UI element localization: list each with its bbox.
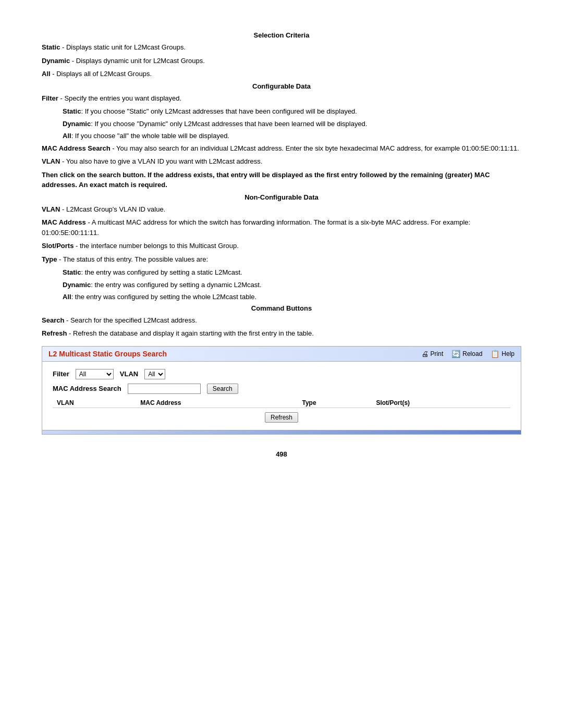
- nc-type-dynamic-label: Dynamic: [63, 281, 91, 289]
- widget-footer: [42, 430, 521, 434]
- refresh-button[interactable]: Refresh: [265, 412, 298, 423]
- reload-label: Reload: [462, 350, 482, 357]
- table-header-row: VLAN MAC Address Type Slot/Port(s): [53, 398, 510, 408]
- cb-search-desc: - Search for the specified L2Mcast addre…: [66, 316, 197, 324]
- cb-refresh-label: Refresh: [42, 329, 67, 337]
- filter-static-label: Static: [63, 107, 81, 115]
- vlan-form-label: VLAN: [120, 370, 138, 378]
- nc-type-intro: - The status of this entry. The possible…: [59, 255, 208, 263]
- all-label: All: [42, 70, 51, 78]
- nc-slotports-label: Slot/Ports: [42, 242, 74, 250]
- reload-button[interactable]: 🔄 Reload: [451, 350, 482, 358]
- nc-slotports-desc: - the interface number belongs to this M…: [76, 242, 239, 250]
- widget-body: Filter All Static Dynamic VLAN All MAC A…: [42, 362, 521, 430]
- static-label: Static: [42, 43, 60, 51]
- filter-vlan-row: Filter All Static Dynamic VLAN All: [53, 369, 510, 379]
- print-icon: 🖨: [421, 350, 429, 358]
- mac-address-search-input[interactable]: [128, 384, 201, 394]
- vlan-select[interactable]: All: [144, 369, 165, 379]
- dynamic-desc: - Displays dynamic unit for L2Mcast Grou…: [72, 57, 205, 65]
- static-desc: - Displays static unit for L2Mcast Group…: [62, 43, 186, 51]
- search-button[interactable]: Search: [207, 384, 238, 394]
- widget-container: L2 Multicast Static Groups Search 🖨 Prin…: [42, 346, 521, 435]
- filter-label: Filter: [42, 94, 58, 102]
- filter-form-label: Filter: [53, 370, 69, 378]
- slot-ports-column-header: Slot/Port(s): [372, 398, 510, 408]
- filter-all-desc: If you choose "all" the whole table will…: [75, 132, 229, 140]
- nc-type-label: Type: [42, 255, 57, 263]
- nc-mac-desc: - A multicast MAC address for which the …: [42, 218, 470, 237]
- mac-search-label: MAC Address Search: [42, 144, 111, 152]
- dynamic-paragraph: Dynamic - Displays dynamic unit for L2Mc…: [42, 56, 521, 66]
- mac-address-search-label: MAC Address Search: [53, 385, 121, 392]
- filter-dynamic-desc: If you choose "Dynamic" only L2Mcast add…: [94, 120, 367, 128]
- mac-search-paragraph: MAC Address Search - You may also search…: [42, 143, 521, 154]
- widget-header: L2 Multicast Static Groups Search 🖨 Prin…: [42, 347, 521, 362]
- help-button[interactable]: 📋 Help: [491, 350, 515, 358]
- filter-desc: - Specify the entries you want displayed…: [60, 94, 181, 102]
- mac-search-desc: - You may also search for an individual …: [112, 144, 519, 152]
- nc-type-dynamic-desc: the entry was configured by setting a dy…: [94, 281, 261, 289]
- nc-type-paragraph: Type - The status of this entry. The pos…: [42, 254, 521, 265]
- vlan-desc: - You also have to give a VLAN ID you wa…: [62, 157, 262, 165]
- nc-vlan-desc: - L2Mcast Group's VLAN ID value.: [62, 205, 165, 213]
- print-button[interactable]: 🖨 Print: [421, 350, 444, 358]
- filter-dynamic-indent: Dynamic: If you choose "Dynamic" only L2…: [63, 119, 521, 129]
- nc-type-static-desc: the entry was configured by setting a st…: [85, 268, 242, 276]
- cb-search-paragraph: Search - Search for the specified L2Mcas…: [42, 315, 521, 326]
- print-label: Print: [431, 350, 444, 357]
- widget-title: L2 Multicast Static Groups Search: [48, 350, 167, 358]
- filter-select[interactable]: All Static Dynamic: [76, 369, 114, 379]
- filter-dynamic-label: Dynamic: [63, 120, 91, 128]
- cb-refresh-paragraph: Refresh - Refresh the database and displ…: [42, 328, 521, 339]
- all-desc: - Displays all of L2Mcast Groups.: [52, 70, 152, 78]
- command-buttons-heading: Command Buttons: [42, 304, 521, 312]
- filter-static-indent: Static: If you choose "Static" only L2Mc…: [63, 106, 521, 117]
- nc-mac-label: MAC Address: [42, 218, 86, 226]
- nc-type-static-indent: Static: the entry was configured by sett…: [63, 267, 521, 278]
- nc-vlan-paragraph: VLAN - L2Mcast Group's VLAN ID value.: [42, 204, 521, 215]
- nc-type-all-desc: the entry was configured by setting the …: [75, 293, 256, 301]
- vlan-paragraph: VLAN - You also have to give a VLAN ID y…: [42, 156, 521, 167]
- reload-icon: 🔄: [451, 350, 460, 358]
- filter-paragraph: Filter - Specify the entries you want di…: [42, 93, 521, 104]
- mac-address-column-header: MAC Address: [136, 398, 298, 408]
- nc-vlan-label: VLAN: [42, 205, 60, 213]
- filter-static-desc: If you choose "Static" only L2Mcast addr…: [85, 107, 357, 115]
- table-section: VLAN MAC Address Type Slot/Port(s): [53, 398, 510, 408]
- help-icon: 📋: [491, 350, 499, 358]
- nc-type-static-label: Static: [63, 268, 81, 276]
- results-table: VLAN MAC Address Type Slot/Port(s): [53, 398, 510, 408]
- widget-header-actions: 🖨 Print 🔄 Reload 📋 Help: [421, 350, 515, 358]
- nc-slotports-paragraph: Slot/Ports - the interface number belong…: [42, 241, 521, 251]
- page-number: 498: [42, 450, 521, 458]
- type-column-header: Type: [298, 398, 372, 408]
- selection-criteria-heading: Selection Criteria: [42, 31, 521, 39]
- all-paragraph: All - Displays all of L2Mcast Groups.: [42, 69, 521, 79]
- filter-all-label: All: [63, 132, 71, 140]
- cb-refresh-desc: - Refresh the database and display it ag…: [69, 329, 314, 337]
- nc-type-all-indent: All: the entry was configured by setting…: [63, 292, 521, 302]
- help-label: Help: [501, 350, 515, 357]
- nc-mac-paragraph: MAC Address - A multicast MAC address fo…: [42, 217, 521, 238]
- mac-search-row: MAC Address Search Search: [53, 384, 510, 394]
- non-configurable-heading: Non-Configurable Data: [42, 193, 521, 201]
- nc-type-dynamic-indent: Dynamic: the entry was configured by set…: [63, 280, 521, 290]
- vlan-column-header: VLAN: [53, 398, 136, 408]
- search-note-paragraph: Then click on the search button. If the …: [42, 170, 521, 190]
- refresh-row: Refresh: [53, 412, 510, 423]
- configurable-data-heading: Configurable Data: [42, 82, 521, 90]
- nc-type-all-label: All: [63, 293, 71, 301]
- static-paragraph: Static - Displays static unit for L2Mcas…: [42, 42, 521, 53]
- cb-search-label: Search: [42, 316, 64, 324]
- dynamic-label: Dynamic: [42, 57, 70, 65]
- vlan-label: VLAN: [42, 157, 60, 165]
- filter-all-indent: All: If you choose "all" the whole table…: [63, 131, 521, 141]
